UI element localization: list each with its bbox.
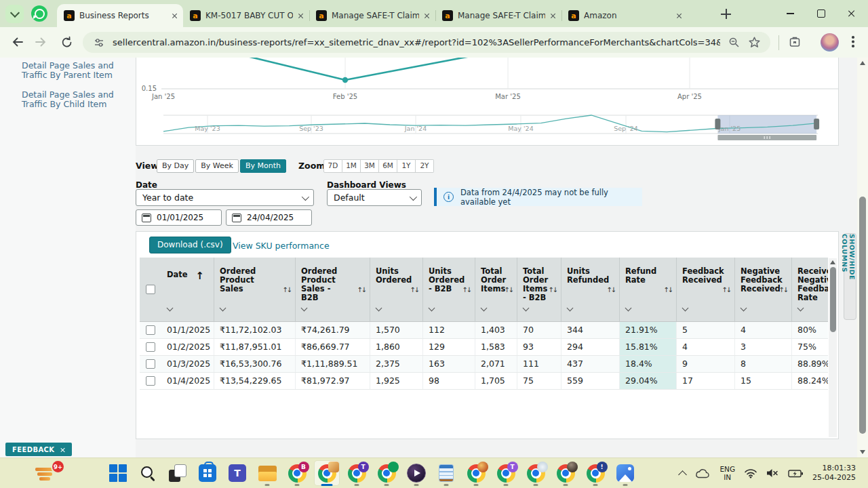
maximize-button[interactable] (806, 0, 837, 27)
extensions-button[interactable] (784, 31, 806, 53)
chrome-profile-t2[interactable]: T (491, 460, 521, 487)
column-menu-icon[interactable] (220, 305, 226, 312)
column-header[interactable]: Feedback Received↑↓ (677, 258, 735, 321)
minimize-button[interactable] (774, 0, 806, 27)
tab-close-icon[interactable] (172, 13, 178, 19)
select-all-checkbox[interactable] (146, 285, 155, 294)
view-option-by-week[interactable]: By Week (195, 159, 239, 173)
table-scrollbar-thumb[interactable] (830, 267, 836, 332)
tab-search-button[interactable] (5, 5, 24, 23)
sort-icon[interactable]: ↑↓ (722, 286, 730, 293)
chrome-profile-green[interactable] (372, 460, 401, 487)
end-date-input[interactable]: 24/04/2025 (226, 209, 312, 226)
zoom-option-1m[interactable]: 1M (342, 159, 361, 173)
view-sku-performance-link[interactable]: View SKU performance (233, 241, 330, 251)
tab-close-icon[interactable] (424, 13, 430, 19)
column-menu-icon[interactable] (797, 305, 804, 312)
sort-icon[interactable]: ↑↓ (357, 286, 366, 293)
sort-icon[interactable]: ↑↓ (282, 286, 291, 293)
tab-close-icon[interactable] (676, 13, 682, 19)
zoom-option-6m[interactable]: 6M (379, 159, 397, 173)
column-header[interactable]: Units Ordered - B2B↑↓ (423, 258, 475, 321)
widgets-button[interactable]: 9+ (35, 464, 62, 485)
start-button[interactable] (103, 460, 133, 487)
date-range-select[interactable]: Year to date (136, 189, 314, 206)
zoom-option-2y[interactable]: 2Y (416, 159, 434, 173)
tab-close-icon[interactable] (298, 13, 304, 19)
sort-icon[interactable]: ↑↓ (663, 286, 672, 293)
row-checkbox[interactable] (146, 376, 155, 386)
feedback-button[interactable]: FEEDBACK (5, 443, 72, 456)
media-player-icon[interactable] (401, 460, 431, 487)
column-menu-icon[interactable] (481, 305, 488, 312)
new-tab-button[interactable] (720, 8, 732, 20)
scroll-down-icon[interactable] (860, 450, 865, 454)
start-date-input[interactable]: 01/01/2025 (136, 209, 222, 226)
tray-expand-icon[interactable] (679, 470, 688, 479)
profile-avatar[interactable] (821, 33, 839, 52)
chrome-profile-t[interactable]: T (342, 460, 372, 487)
chrome-profile-globe[interactable] (521, 460, 551, 487)
download-csv-button[interactable]: Download (.csv) (149, 237, 231, 253)
photos-icon[interactable] (610, 460, 640, 487)
search-button[interactable] (133, 460, 163, 487)
row-checkbox[interactable] (146, 325, 155, 335)
column-header[interactable]: Ordered Product Sales - B2B↑↓ (296, 258, 370, 321)
sidebar-report-link[interactable]: Detail Page Sales and Traffic By Child I… (22, 90, 126, 109)
browser-tab[interactable]: a KM-5017 BABY CUT OI (183, 4, 309, 27)
notepad-icon[interactable] (431, 460, 461, 487)
column-menu-icon[interactable] (376, 305, 382, 312)
whatsapp-icon[interactable] (31, 5, 47, 22)
column-header[interactable]: Total Order Items↑↓ (475, 258, 517, 321)
file-explorer-icon[interactable] (252, 460, 282, 487)
sort-icon[interactable]: ↑↓ (548, 286, 557, 293)
table-scrollbar[interactable] (829, 258, 837, 437)
sort-icon[interactable]: ↑↓ (606, 286, 615, 293)
chrome-profile-alert[interactable]: ! (580, 460, 610, 487)
column-header[interactable]: Total Order Items - B2B↑↓ (517, 258, 561, 321)
sort-ascending-icon[interactable]: ↑ (195, 270, 204, 282)
wifi-icon[interactable] (744, 468, 757, 479)
column-header[interactable]: Units Refunded↑↓ (561, 258, 620, 321)
column-menu-icon[interactable] (625, 305, 632, 312)
browser-tab[interactable]: a Business Reports (57, 4, 183, 27)
browser-tab[interactable]: a Manage SAFE-T Claims (435, 4, 561, 27)
scroll-up-icon[interactable] (860, 61, 865, 65)
teams-icon[interactable] (222, 460, 252, 487)
dashboard-views-select[interactable]: Default (327, 189, 422, 206)
view-option-by-day[interactable]: By Day (157, 159, 194, 173)
zoom-page-icon[interactable] (727, 36, 741, 49)
volume-muted-icon[interactable] (766, 468, 779, 479)
column-header[interactable]: Units Ordered↑↓ (370, 258, 423, 321)
reload-button[interactable] (56, 31, 77, 53)
performance-chart[interactable]: 0.15Jan '25Feb '25Mar '25Apr '25May '23S… (136, 58, 839, 146)
column-menu-icon[interactable] (682, 305, 689, 312)
column-header[interactable]: Date↑ (161, 258, 214, 321)
view-option-by-month[interactable]: By Month (240, 159, 286, 173)
tab-close-icon[interactable] (550, 13, 556, 19)
column-header[interactable]: Ordered Product Sales↑↓ (214, 258, 296, 321)
chrome-profile-photo[interactable] (461, 460, 491, 487)
clock[interactable]: 18:01:33 25-04-2025 (812, 464, 856, 483)
page-scrollbar[interactable] (857, 58, 868, 458)
onedrive-cloud-icon[interactable] (694, 468, 711, 479)
url-text[interactable]: sellercentral.amazon.in/business-reports… (113, 37, 720, 47)
column-menu-icon[interactable] (301, 305, 308, 312)
column-menu-icon[interactable] (567, 305, 574, 312)
show-hide-columns-tab[interactable]: SHOW/HIDE COLUMNS (844, 233, 856, 320)
sidebar-report-link[interactable]: Detail Page Sales and Traffic By Parent … (22, 61, 126, 80)
bookmark-star-icon[interactable] (747, 36, 761, 49)
zoom-option-1y[interactable]: 1Y (397, 159, 416, 173)
sort-icon[interactable]: ↑↓ (462, 286, 471, 293)
zoom-option-7d[interactable]: 7D (323, 159, 342, 173)
task-view-button[interactable] (163, 460, 193, 487)
zoom-option-3m[interactable]: 3M (361, 159, 379, 173)
page-scrollbar-thumb[interactable] (859, 197, 866, 434)
row-checkbox[interactable] (146, 342, 155, 352)
column-menu-icon[interactable] (429, 305, 435, 312)
chrome-active-window[interactable] (312, 460, 342, 487)
sort-icon[interactable]: ↑↓ (778, 286, 787, 293)
chrome-profile-avatar[interactable] (551, 460, 580, 487)
chrome-profile-b[interactable]: B (282, 460, 312, 487)
sort-icon[interactable]: ↑↓ (410, 286, 418, 293)
